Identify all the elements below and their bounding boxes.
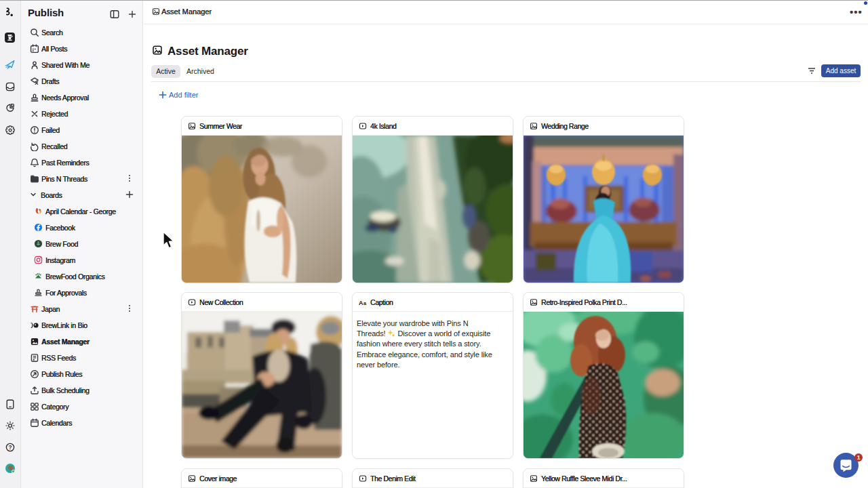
- svg-text:a: a: [363, 300, 367, 306]
- svg-text:?: ?: [8, 445, 12, 451]
- svg-text:A: A: [359, 300, 363, 306]
